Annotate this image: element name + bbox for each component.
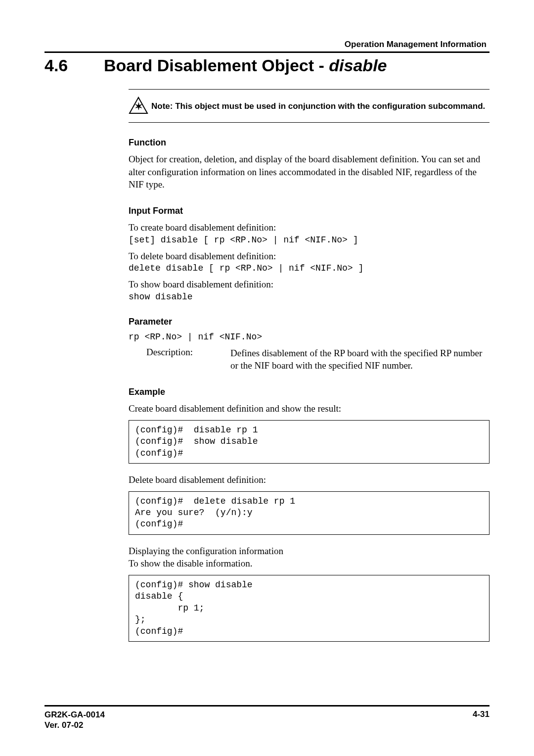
note-rule-bottom	[129, 122, 490, 123]
ex-delete-intro: Delete board disablement definition:	[129, 473, 490, 486]
running-head: Operation Management Information	[44, 40, 487, 49]
function-body: Object for creation, deletion, and displ…	[129, 153, 490, 191]
parameter-line: rp <RP.No> | nif <NIF.No>	[129, 332, 490, 342]
section-number: 4.6	[44, 56, 104, 75]
footer: GR2K-GA-0014 Ver. 07-02 4-31	[44, 705, 490, 731]
top-rule	[44, 51, 490, 53]
function-heading: Function	[129, 138, 490, 148]
ex-show-code: (config)# show disable disable { rp 1; }…	[129, 575, 490, 642]
ex-delete-code: (config)# delete disable rp 1 Are you su…	[129, 491, 490, 535]
if-create-cmd: [set] disable [ rp <RP.No> | nif <NIF.No…	[129, 235, 490, 245]
footer-row: GR2K-GA-0014 Ver. 07-02 4-31	[44, 709, 490, 731]
if-create-intro: To create board disablement definition:	[129, 221, 490, 234]
footer-doc-id: GR2K-GA-0014	[44, 709, 105, 720]
footer-version: Ver. 07-02	[44, 720, 105, 730]
note-block: ✶ Note: This object must be used in conj…	[129, 90, 490, 122]
input-format-heading: Input Format	[129, 206, 490, 216]
if-show-cmd: show disable	[129, 292, 490, 302]
example-heading: Example	[129, 387, 490, 397]
footer-page-number: 4-31	[473, 709, 490, 731]
section-heading: 4.6 Board Disablement Object - disable	[44, 56, 490, 75]
section-title: Board Disablement Object - disable	[104, 56, 387, 75]
note-text: Note: This object must be used in conjun…	[151, 101, 485, 111]
parameter-desc-body: Defines disablement of the RP board with…	[230, 347, 490, 372]
parameter-desc-label: Description:	[146, 347, 230, 372]
section-title-italic: disable	[329, 56, 387, 75]
footer-rule	[44, 705, 490, 707]
parameter-desc-row: Description: Defines disablement of the …	[146, 347, 490, 372]
note-star-icon: ✶	[129, 96, 151, 116]
parameter-heading: Parameter	[129, 317, 490, 327]
page: Operation Management Information 4.6 Boa…	[0, 0, 534, 756]
section-title-plain: Board Disablement Object -	[104, 56, 329, 75]
if-delete-cmd: delete disable [ rp <RP.No> | nif <NIF.N…	[129, 263, 490, 273]
if-show-intro: To show board disablement definition:	[129, 278, 490, 291]
content-column: ✶ Note: This object must be used in conj…	[129, 89, 490, 642]
if-delete-intro: To delete board disablement definition:	[129, 250, 490, 263]
ex-show-intro1: Displaying the configuration information	[129, 545, 490, 558]
footer-left: GR2K-GA-0014 Ver. 07-02	[44, 709, 105, 731]
ex-create-code: (config)# disable rp 1 (config)# show di…	[129, 420, 490, 464]
ex-show-intro2: To show the disable information.	[129, 557, 490, 570]
ex-create-intro: Create board disablement definition and …	[129, 402, 490, 415]
svg-text:✶: ✶	[134, 101, 143, 112]
